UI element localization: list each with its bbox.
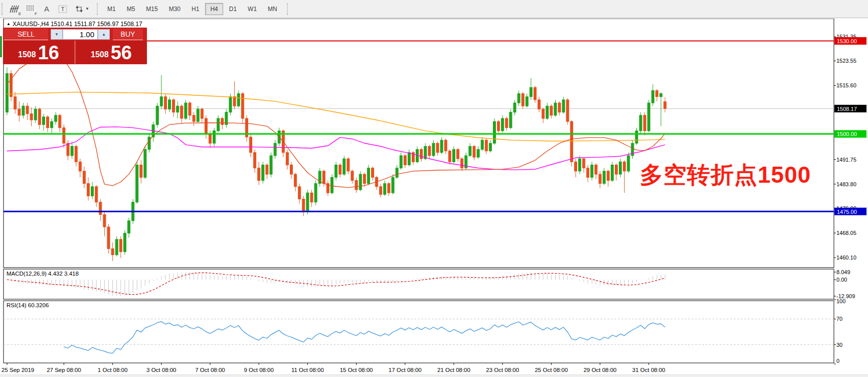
candle-body bbox=[71, 146, 73, 156]
ask-price[interactable]: 1508 56 bbox=[76, 41, 147, 64]
timeframe-group: M1M5M15M30H1H4D1W1MN bbox=[102, 3, 283, 15]
macd-label: MACD(12,26,9) 4.432 3.418 bbox=[7, 271, 79, 277]
buy-button[interactable]: BUY bbox=[113, 29, 143, 40]
price-tick-label: 1460.10 bbox=[836, 255, 856, 261]
candle-body bbox=[359, 174, 362, 190]
candle-body bbox=[10, 73, 13, 96]
timeframe-H1[interactable]: H1 bbox=[187, 3, 204, 15]
candle-body bbox=[51, 121, 53, 128]
candle-body bbox=[570, 121, 573, 162]
candle-body bbox=[144, 150, 146, 178]
rsi-axis-label: 0 bbox=[836, 358, 839, 364]
candle-body bbox=[322, 171, 325, 184]
text-box-icon[interactable]: T bbox=[56, 3, 69, 16]
volume-increment-button[interactable]: ▲ bbox=[98, 29, 110, 40]
candle-body bbox=[388, 184, 390, 193]
symbol-expand-icon[interactable]: ▲ bbox=[7, 22, 11, 26]
timeframe-M5[interactable]: M5 bbox=[122, 3, 140, 15]
candle-body bbox=[63, 128, 65, 143]
candle-body bbox=[505, 118, 508, 128]
candle-body bbox=[22, 106, 25, 115]
candle-body bbox=[562, 100, 565, 112]
candle-body bbox=[408, 153, 410, 165]
price-tick-label: 1468.05 bbox=[836, 230, 856, 236]
candle-body bbox=[148, 137, 150, 150]
candle-body bbox=[461, 159, 463, 168]
candle-body bbox=[481, 140, 483, 150]
timeframe-D1[interactable]: D1 bbox=[224, 3, 242, 15]
candle-body bbox=[67, 143, 69, 156]
chart-window[interactable]: 1531.351523.551515.601491.751483.801476.… bbox=[0, 19, 868, 374]
candle-body bbox=[489, 143, 491, 151]
candle-body bbox=[566, 100, 569, 121]
candle-body bbox=[534, 87, 537, 100]
candle-body bbox=[168, 100, 171, 109]
time-axis: 25 Sep 201927 Sep 08:001 Oct 08:003 Oct … bbox=[2, 363, 665, 373]
candle-body bbox=[111, 248, 114, 255]
candle-body bbox=[627, 156, 630, 171]
bid-price[interactable]: 1508 16 bbox=[3, 41, 76, 64]
timeframe-H4[interactable]: H4 bbox=[205, 3, 223, 15]
dropdown-caret-icon: ▼ bbox=[85, 7, 89, 11]
text-label-icon[interactable]: A bbox=[40, 3, 53, 16]
candle-body bbox=[335, 165, 337, 178]
candle-body bbox=[47, 117, 49, 128]
candle-body bbox=[87, 184, 90, 196]
sell-button[interactable]: SELL bbox=[4, 29, 48, 40]
cycle-arrows-icon[interactable]: ▼ bbox=[72, 3, 91, 16]
time-axis-label: 23 Oct 08:00 bbox=[486, 367, 519, 373]
timeframe-MN[interactable]: MN bbox=[263, 3, 282, 15]
time-axis-label: 3 Oct 08:00 bbox=[146, 367, 176, 373]
candle-body bbox=[367, 168, 370, 184]
candle-body bbox=[485, 140, 487, 151]
candle-body bbox=[181, 106, 183, 118]
candle-body bbox=[363, 174, 366, 184]
bid-ask-row: 1508 16 1508 56 bbox=[3, 41, 147, 64]
time-axis-label: 9 Oct 08:00 bbox=[244, 367, 273, 373]
candle-body bbox=[542, 109, 545, 118]
volume-decrement-button[interactable]: ▼ bbox=[51, 29, 63, 40]
toolbar-separator bbox=[97, 3, 98, 15]
price-tick-label: 1483.80 bbox=[836, 181, 856, 187]
candle-body bbox=[254, 153, 256, 168]
candle-body bbox=[656, 90, 658, 96]
candle-body bbox=[558, 103, 561, 112]
candle-body bbox=[453, 150, 455, 162]
candle-body bbox=[205, 118, 207, 134]
candle-body bbox=[392, 177, 394, 193]
timeframe-M30[interactable]: M30 bbox=[164, 3, 186, 15]
candle-body bbox=[164, 97, 166, 109]
candle-body bbox=[469, 146, 471, 156]
candle-body bbox=[603, 171, 605, 184]
candle-body bbox=[497, 121, 500, 131]
candle-body bbox=[250, 137, 252, 153]
candle-body bbox=[550, 106, 553, 115]
expert-grid-icon[interactable]: F bbox=[24, 3, 37, 16]
timeframe-W1[interactable]: W1 bbox=[243, 3, 262, 15]
candle-body bbox=[554, 103, 557, 115]
timeframe-M1[interactable]: M1 bbox=[102, 3, 121, 15]
time-axis-label: 15 Oct 08:00 bbox=[340, 367, 373, 373]
candle-body bbox=[189, 103, 191, 115]
candle-body bbox=[290, 165, 293, 175]
candle-body bbox=[213, 131, 216, 144]
candle-body bbox=[623, 162, 626, 171]
candle-body bbox=[128, 221, 130, 233]
candle-body bbox=[619, 162, 622, 174]
candle-body bbox=[607, 171, 609, 181]
svg-text:T: T bbox=[61, 6, 65, 12]
candle-body bbox=[91, 187, 94, 196]
toolbar-drag-handle[interactable] bbox=[2, 3, 5, 15]
candle-body bbox=[396, 168, 398, 178]
rsi-axis-label: 100 bbox=[836, 298, 845, 304]
indicator-list-icon[interactable]: E bbox=[8, 3, 21, 16]
candle-body bbox=[233, 97, 236, 106]
candle-body bbox=[513, 103, 516, 112]
candle-body bbox=[258, 168, 260, 181]
chart-canvas[interactable]: 1531.351523.551515.601491.751483.801476.… bbox=[0, 19, 868, 374]
candle-body bbox=[95, 187, 98, 202]
timeframe-M15[interactable]: M15 bbox=[141, 3, 162, 15]
volume-input[interactable]: 1.00 bbox=[63, 29, 98, 40]
time-axis-label: 1 Oct 08:00 bbox=[98, 367, 127, 373]
candle-body bbox=[432, 143, 435, 156]
